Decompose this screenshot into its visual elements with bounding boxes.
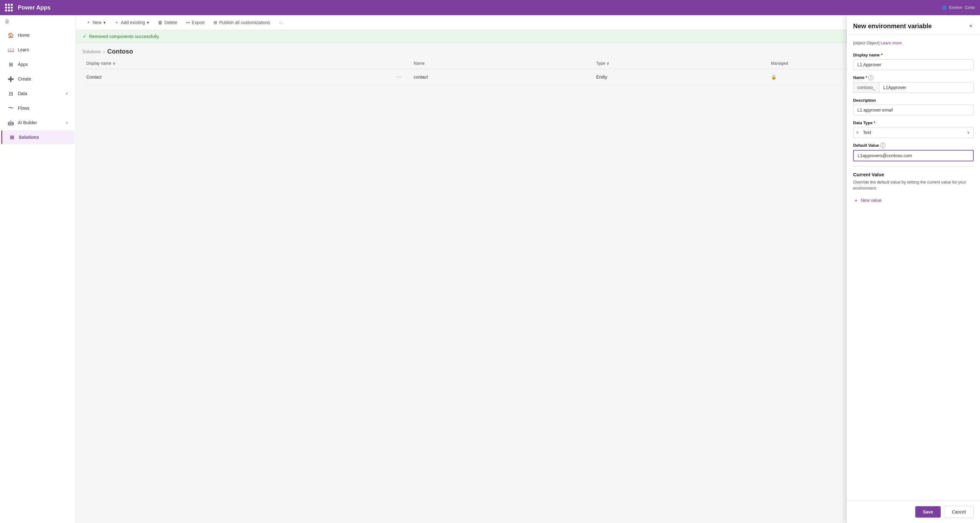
publish-button[interactable]: ⊞ Publish all customizations (210, 18, 274, 27)
name-input-group: contoso_ (853, 82, 974, 93)
panel-body: [object Object] Learn more Display name … (847, 35, 980, 501)
sidebar-item-create-label: Create (18, 76, 31, 81)
sidebar-item-ai-builder-label: AI Builder (18, 120, 37, 125)
data-type-prefix-icon: ≡ (856, 130, 859, 135)
sidebar-item-data-label: Data (18, 91, 27, 96)
name-label: Name * i (853, 75, 974, 80)
panel-divider (853, 166, 974, 167)
create-icon: ➕ (8, 76, 14, 82)
breadcrumb-parent[interactable]: Solutions (83, 49, 101, 54)
success-message: Removed components successfully. (89, 34, 159, 39)
data-table: Display name ∨ Name Type ∨ (83, 58, 974, 85)
data-type-group: Data Type * ≡ Text Number Boolean JSON ∨ (853, 120, 974, 138)
data-type-label: Data Type * (853, 120, 974, 125)
success-banner: ✓ Removed components successfully. (76, 30, 980, 43)
table-area: Display name ∨ Name Type ∨ (76, 58, 980, 523)
name-required: * (865, 75, 867, 80)
sidebar-item-home[interactable]: 🏠 Home (1, 28, 75, 42)
sidebar-item-learn-label: Learn (18, 47, 29, 52)
more-button[interactable]: ··· (275, 18, 287, 27)
col-header-display-name[interactable]: Display name ∨ (83, 58, 391, 69)
sidebar-item-solutions[interactable]: ⊞ Solutions (1, 130, 75, 144)
sidebar-item-flows[interactable]: 〜 Flows (1, 101, 75, 115)
add-existing-label: Add existing (121, 20, 145, 25)
type-sort-icon: ∨ (606, 61, 609, 66)
export-label: Export (192, 20, 205, 25)
home-icon: 🏠 (8, 32, 14, 38)
learn-icon: 📖 (8, 47, 14, 53)
new-value-label: New value (861, 198, 881, 203)
right-panel: New environment variable × [object Objec… (847, 15, 980, 523)
export-icon: ↦ (186, 20, 190, 25)
description-input[interactable] (853, 105, 974, 116)
breadcrumb-current: Contoso (107, 48, 133, 55)
new-button[interactable]: ＋ New ▾ (83, 18, 110, 27)
learn-more-link[interactable]: Learn more (881, 41, 902, 45)
display-name-group: Display name * (853, 52, 974, 70)
cell-display-name: Contact (83, 69, 391, 85)
export-button[interactable]: ↦ Export (182, 18, 208, 27)
sidebar-toggle-btn[interactable]: ☰ (0, 15, 76, 28)
name-prefix: contoso_ (853, 82, 879, 93)
apps-icon: ⊞ (8, 61, 14, 68)
waffle-menu[interactable] (5, 4, 13, 11)
sidebar-item-create[interactable]: ➕ Create (1, 72, 75, 86)
sidebar: ☰ 🏠 Home 📖 Learn ⊞ Apps ➕ Create ⊟ Data … (0, 15, 76, 523)
ai-builder-chevron-icon: ∨ (65, 120, 68, 125)
sidebar-item-data[interactable]: ⊟ Data ∨ (1, 87, 75, 100)
cancel-button[interactable]: Cancel (944, 506, 974, 518)
delete-button[interactable]: 🗑 Delete (154, 18, 181, 27)
description-label: Description (853, 98, 974, 103)
topbar: Power Apps 🌐 Environ Conto (0, 0, 980, 15)
default-value-group: Default Value i (853, 143, 974, 161)
cell-name: contact (410, 69, 592, 85)
new-value-plus-icon: ＋ (853, 197, 859, 204)
panel-description: [object Object] Learn more (853, 40, 974, 46)
save-button[interactable]: Save (915, 506, 941, 518)
col-header-type[interactable]: Type ∨ (592, 58, 767, 69)
default-value-input[interactable] (853, 150, 974, 161)
panel-close-button[interactable]: × (967, 22, 974, 31)
publish-label: Publish all customizations (219, 20, 270, 25)
panel-footer: Save Cancel (847, 501, 980, 523)
new-chevron-icon: ▾ (103, 20, 106, 25)
sidebar-item-solutions-label: Solutions (19, 135, 39, 140)
data-type-select-wrapper: ≡ Text Number Boolean JSON ∨ (853, 127, 974, 138)
table-row: Contact ··· contact Entity 🔒 (83, 69, 974, 85)
default-value-label: Default Value i (853, 143, 974, 148)
environment-icon: 🌐 (942, 5, 947, 10)
breadcrumb-separator: › (103, 49, 105, 54)
panel-header: New environment variable × (847, 15, 980, 35)
solutions-icon: ⊞ (9, 134, 15, 140)
sidebar-item-flows-label: Flows (18, 106, 30, 111)
cell-actions: ··· (391, 69, 410, 85)
default-value-info-icon[interactable]: i (880, 143, 886, 148)
new-value-button[interactable]: ＋ New value (853, 195, 881, 205)
plus-icon: ＋ (86, 20, 91, 25)
current-value-section: Current Value Override the default value… (853, 172, 974, 205)
ai-builder-icon: 🤖 (8, 119, 14, 126)
col-header-name[interactable]: Name (410, 58, 592, 69)
environment-name: Conto (965, 5, 975, 10)
app-title: Power Apps (18, 5, 51, 11)
display-name-input[interactable] (853, 59, 974, 70)
sidebar-item-apps[interactable]: ⊞ Apps (1, 57, 75, 71)
data-type-required: * (874, 120, 875, 125)
add-existing-button[interactable]: ＋ Add existing ▾ (111, 18, 153, 27)
more-dots-icon: ··· (279, 20, 283, 25)
sidebar-item-apps-label: Apps (18, 62, 28, 67)
name-info-icon[interactable]: i (869, 75, 873, 80)
sidebar-item-ai-builder[interactable]: 🤖 AI Builder ∨ (1, 116, 75, 130)
data-chevron-icon: ∨ (65, 91, 68, 96)
row-actions-button[interactable]: ··· (395, 73, 403, 81)
add-existing-icon: ＋ (115, 20, 119, 25)
success-icon: ✓ (83, 33, 87, 39)
name-suffix-input[interactable] (879, 82, 974, 93)
sidebar-item-home-label: Home (18, 33, 30, 38)
current-value-desc: Override the default value by setting th… (853, 179, 974, 192)
data-type-select[interactable]: Text Number Boolean JSON (853, 127, 974, 138)
sidebar-item-learn[interactable]: 📖 Learn (1, 43, 75, 57)
data-icon: ⊟ (8, 90, 14, 97)
toolbar: ＋ New ▾ ＋ Add existing ▾ 🗑 Delete ↦ Expo… (76, 15, 980, 30)
content-area: ＋ New ▾ ＋ Add existing ▾ 🗑 Delete ↦ Expo… (76, 15, 980, 523)
